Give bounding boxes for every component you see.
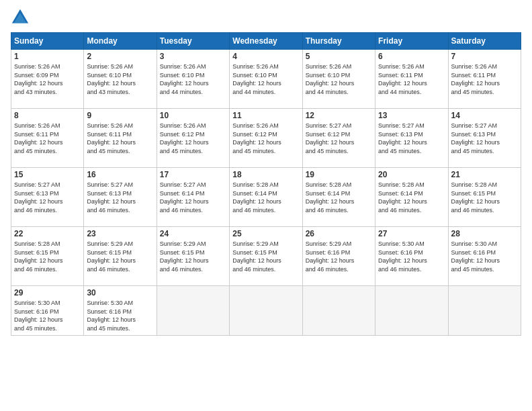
day-cell: 22Sunrise: 5:28 AMSunset: 6:15 PMDayligh… — [11, 227, 84, 286]
cell-info: Sunrise: 5:27 AMSunset: 6:13 PMDaylight:… — [14, 181, 63, 214]
header — [11, 8, 521, 27]
col-header-sunday: Sunday — [11, 33, 84, 50]
day-cell — [448, 286, 521, 336]
day-number: 17 — [160, 170, 226, 179]
day-number: 28 — [451, 229, 518, 238]
cell-info: Sunrise: 5:29 AMSunset: 6:15 PMDaylight:… — [87, 240, 136, 273]
cell-info: Sunrise: 5:27 AMSunset: 6:12 PMDaylight:… — [306, 122, 355, 154]
header-row: SundayMondayTuesdayWednesdayThursdayFrid… — [11, 33, 521, 50]
day-cell: 28Sunrise: 5:30 AMSunset: 6:16 PMDayligh… — [448, 227, 521, 286]
day-cell: 11Sunrise: 5:26 AMSunset: 6:12 PMDayligh… — [230, 109, 302, 168]
day-number: 2 — [87, 52, 153, 61]
day-number: 5 — [306, 52, 372, 61]
day-cell: 5Sunrise: 5:26 AMSunset: 6:10 PMDaylight… — [302, 50, 375, 109]
day-number: 13 — [378, 111, 445, 120]
calendar-table: SundayMondayTuesdayWednesdayThursdayFrid… — [11, 32, 521, 336]
col-header-friday: Friday — [375, 33, 448, 50]
day-number: 11 — [232, 111, 299, 120]
cell-info: Sunrise: 5:26 AMSunset: 6:11 PMDaylight:… — [87, 122, 136, 154]
cell-info: Sunrise: 5:28 AMSunset: 6:15 PMDaylight:… — [14, 240, 63, 273]
day-number: 29 — [14, 288, 81, 298]
cell-info: Sunrise: 5:29 AMSunset: 6:15 PMDaylight:… — [232, 240, 281, 273]
logo — [11, 8, 32, 27]
col-header-tuesday: Tuesday — [157, 33, 229, 50]
day-cell: 12Sunrise: 5:27 AMSunset: 6:12 PMDayligh… — [302, 109, 375, 168]
cell-info: Sunrise: 5:27 AMSunset: 6:13 PMDaylight:… — [378, 122, 427, 154]
day-cell: 27Sunrise: 5:30 AMSunset: 6:16 PMDayligh… — [375, 227, 448, 286]
cell-info: Sunrise: 5:29 AMSunset: 6:16 PMDaylight:… — [306, 240, 355, 273]
day-cell: 29Sunrise: 5:30 AMSunset: 6:16 PMDayligh… — [11, 286, 84, 336]
cell-info: Sunrise: 5:30 AMSunset: 6:16 PMDaylight:… — [87, 300, 136, 332]
week-row-1: 1Sunrise: 5:26 AMSunset: 6:09 PMDaylight… — [11, 50, 521, 109]
day-number: 4 — [232, 52, 299, 61]
day-cell: 23Sunrise: 5:29 AMSunset: 6:15 PMDayligh… — [84, 227, 157, 286]
cell-info: Sunrise: 5:28 AMSunset: 6:14 PMDaylight:… — [232, 181, 281, 214]
day-cell: 20Sunrise: 5:28 AMSunset: 6:14 PMDayligh… — [375, 168, 448, 227]
day-number: 24 — [160, 229, 226, 238]
day-cell — [302, 286, 375, 336]
day-cell — [157, 286, 229, 336]
day-number: 22 — [14, 229, 81, 238]
cell-info: Sunrise: 5:28 AMSunset: 6:14 PMDaylight:… — [306, 181, 355, 214]
day-cell: 15Sunrise: 5:27 AMSunset: 6:13 PMDayligh… — [11, 168, 84, 227]
cell-info: Sunrise: 5:26 AMSunset: 6:12 PMDaylight:… — [232, 122, 281, 154]
day-number: 21 — [451, 170, 518, 179]
day-number: 20 — [378, 170, 445, 179]
day-number: 14 — [451, 111, 518, 120]
day-number: 9 — [87, 111, 153, 120]
cell-info: Sunrise: 5:26 AMSunset: 6:11 PMDaylight:… — [451, 63, 500, 95]
day-number: 30 — [87, 288, 153, 298]
day-cell: 19Sunrise: 5:28 AMSunset: 6:14 PMDayligh… — [302, 168, 375, 227]
day-cell — [375, 286, 448, 336]
cell-info: Sunrise: 5:26 AMSunset: 6:11 PMDaylight:… — [14, 122, 63, 154]
cell-info: Sunrise: 5:30 AMSunset: 6:16 PMDaylight:… — [378, 240, 427, 273]
cell-info: Sunrise: 5:28 AMSunset: 6:14 PMDaylight:… — [378, 181, 427, 214]
cell-info: Sunrise: 5:26 AMSunset: 6:10 PMDaylight:… — [232, 63, 281, 95]
day-number: 18 — [232, 170, 299, 179]
day-cell: 8Sunrise: 5:26 AMSunset: 6:11 PMDaylight… — [11, 109, 84, 168]
week-row-5: 29Sunrise: 5:30 AMSunset: 6:16 PMDayligh… — [11, 286, 521, 336]
day-number: 26 — [306, 229, 372, 238]
day-cell: 16Sunrise: 5:27 AMSunset: 6:13 PMDayligh… — [84, 168, 157, 227]
day-number: 25 — [232, 229, 299, 238]
cell-info: Sunrise: 5:29 AMSunset: 6:15 PMDaylight:… — [160, 240, 209, 273]
day-number: 16 — [87, 170, 153, 179]
day-number: 1 — [14, 52, 81, 61]
day-cell: 1Sunrise: 5:26 AMSunset: 6:09 PMDaylight… — [11, 50, 84, 109]
cell-info: Sunrise: 5:30 AMSunset: 6:16 PMDaylight:… — [14, 300, 63, 332]
col-header-wednesday: Wednesday — [230, 33, 302, 50]
day-cell: 30Sunrise: 5:30 AMSunset: 6:16 PMDayligh… — [84, 286, 157, 336]
day-cell: 21Sunrise: 5:28 AMSunset: 6:15 PMDayligh… — [448, 168, 521, 227]
cell-info: Sunrise: 5:27 AMSunset: 6:13 PMDaylight:… — [87, 181, 136, 214]
week-row-2: 8Sunrise: 5:26 AMSunset: 6:11 PMDaylight… — [11, 109, 521, 168]
day-cell: 14Sunrise: 5:27 AMSunset: 6:13 PMDayligh… — [448, 109, 521, 168]
cell-info: Sunrise: 5:27 AMSunset: 6:13 PMDaylight:… — [451, 122, 500, 154]
day-cell — [230, 286, 302, 336]
day-number: 10 — [160, 111, 226, 120]
day-cell: 2Sunrise: 5:26 AMSunset: 6:10 PMDaylight… — [84, 50, 157, 109]
cell-info: Sunrise: 5:26 AMSunset: 6:10 PMDaylight:… — [160, 63, 209, 95]
day-cell: 3Sunrise: 5:26 AMSunset: 6:10 PMDaylight… — [157, 50, 229, 109]
day-number: 7 — [451, 52, 518, 61]
day-cell: 13Sunrise: 5:27 AMSunset: 6:13 PMDayligh… — [375, 109, 448, 168]
week-row-3: 15Sunrise: 5:27 AMSunset: 6:13 PMDayligh… — [11, 168, 521, 227]
cell-info: Sunrise: 5:26 AMSunset: 6:09 PMDaylight:… — [14, 63, 63, 95]
cell-info: Sunrise: 5:26 AMSunset: 6:11 PMDaylight:… — [378, 63, 427, 95]
day-cell: 18Sunrise: 5:28 AMSunset: 6:14 PMDayligh… — [230, 168, 302, 227]
cell-info: Sunrise: 5:30 AMSunset: 6:16 PMDaylight:… — [451, 240, 500, 273]
page: SundayMondayTuesdayWednesdayThursdayFrid… — [0, 0, 532, 411]
day-cell: 17Sunrise: 5:27 AMSunset: 6:14 PMDayligh… — [157, 168, 229, 227]
cell-info: Sunrise: 5:28 AMSunset: 6:15 PMDaylight:… — [451, 181, 500, 214]
day-number: 23 — [87, 229, 153, 238]
day-cell: 7Sunrise: 5:26 AMSunset: 6:11 PMDaylight… — [448, 50, 521, 109]
day-cell: 24Sunrise: 5:29 AMSunset: 6:15 PMDayligh… — [157, 227, 229, 286]
day-number: 8 — [14, 111, 81, 120]
logo-icon — [11, 8, 30, 27]
day-cell: 26Sunrise: 5:29 AMSunset: 6:16 PMDayligh… — [302, 227, 375, 286]
week-row-4: 22Sunrise: 5:28 AMSunset: 6:15 PMDayligh… — [11, 227, 521, 286]
day-cell: 25Sunrise: 5:29 AMSunset: 6:15 PMDayligh… — [230, 227, 302, 286]
col-header-saturday: Saturday — [448, 33, 521, 50]
day-number: 15 — [14, 170, 81, 179]
day-cell: 9Sunrise: 5:26 AMSunset: 6:11 PMDaylight… — [84, 109, 157, 168]
cell-info: Sunrise: 5:26 AMSunset: 6:12 PMDaylight:… — [160, 122, 209, 154]
